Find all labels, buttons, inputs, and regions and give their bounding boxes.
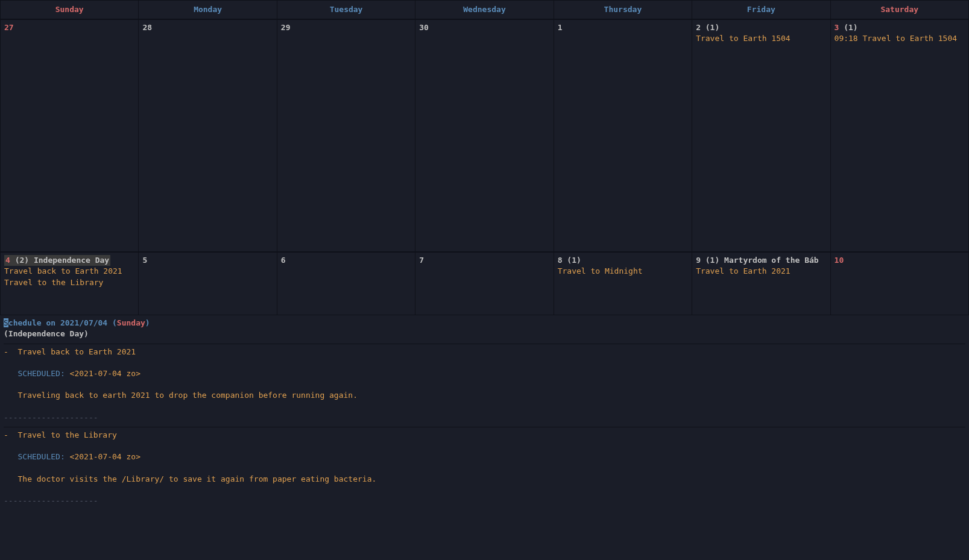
day-cell-7[interactable]: 7 bbox=[415, 253, 554, 315]
event-count: (1) bbox=[701, 256, 719, 265]
schedule-panel: Schedule on 2021/07/04 (Sunday) (Indepen… bbox=[0, 315, 969, 506]
day-cell-10[interactable]: 10 bbox=[831, 253, 969, 315]
day-header-thursday: Thursday bbox=[554, 1, 692, 19]
day-top: 3 (1) bbox=[835, 22, 965, 33]
day-header-tuesday: Tuesday bbox=[277, 1, 415, 19]
calendar-header-row: SundayMondayTuesdayWednesdayThursdayFrid… bbox=[0, 0, 969, 19]
day-number: 29 bbox=[281, 23, 291, 32]
schedule-item-title[interactable]: - Travel back to Earth 2021 bbox=[4, 347, 965, 357]
schedule-item-scheduled: SCHEDULED: <2021-07-04 zo> bbox=[4, 368, 965, 379]
day-header-wednesday: Wednesday bbox=[415, 1, 554, 19]
day-cell-4[interactable]: 4 (2) Independence Day Travel back to Ea… bbox=[1, 253, 139, 315]
day-cell-1[interactable]: 1 bbox=[554, 20, 692, 252]
day-number: 6 bbox=[281, 256, 286, 265]
day-top: 28 bbox=[142, 22, 273, 33]
day-cell-5[interactable]: 5 bbox=[139, 253, 277, 315]
day-number: 5 bbox=[142, 256, 147, 265]
day-top: 30 bbox=[419, 22, 549, 33]
schedule-item: - Travel back to Earth 2021 SCHEDULED: <… bbox=[4, 344, 965, 423]
day-top: 6 bbox=[281, 255, 411, 266]
holiday-highlight: 4 (2) Independence Day bbox=[4, 255, 110, 266]
calendar-event[interactable]: Travel to the Library bbox=[4, 277, 134, 288]
schedule-item-title[interactable]: - Travel to the Library bbox=[4, 430, 965, 441]
schedule-title: Schedule on 2021/07/04 (Sunday) bbox=[4, 318, 965, 329]
day-number: 27 bbox=[4, 23, 14, 32]
schedule-holiday: (Independence Day) bbox=[4, 329, 965, 339]
day-cell-27[interactable]: 27 bbox=[1, 20, 139, 252]
event-count: (1) bbox=[701, 23, 719, 32]
schedule-item: - Travel to the Library SCHEDULED: <2021… bbox=[4, 427, 965, 506]
day-top: 10 bbox=[835, 255, 965, 266]
event-count: (2) bbox=[10, 256, 29, 265]
calendar-event[interactable]: Travel to Midnight bbox=[558, 266, 688, 277]
day-cell-29[interactable]: 29 bbox=[277, 20, 415, 252]
day-top: 7 bbox=[419, 255, 549, 266]
day-header-saturday: Saturday bbox=[831, 1, 969, 19]
schedule-item-desc: The doctor visits the /Library/ to save … bbox=[4, 474, 965, 485]
day-cell-30[interactable]: 30 bbox=[415, 20, 554, 252]
day-number: 2 bbox=[696, 23, 701, 32]
calendar-row-1: 27 28 29 30 1 2 (1)Travel to Earth 1504 … bbox=[0, 19, 969, 252]
event-count: (1) bbox=[839, 23, 857, 32]
day-cell-8[interactable]: 8 (1)Travel to Midnight bbox=[554, 253, 692, 315]
schedule-items: - Travel back to Earth 2021 SCHEDULED: <… bbox=[4, 344, 965, 507]
day-top: 27 bbox=[4, 22, 134, 33]
day-top: 8 (1) bbox=[558, 255, 688, 266]
day-cell-2[interactable]: 2 (1)Travel to Earth 1504 bbox=[692, 20, 830, 252]
holiday-name: Martyrdom of the Báb bbox=[719, 256, 818, 265]
day-number: 9 bbox=[696, 256, 701, 265]
day-number: 28 bbox=[142, 23, 152, 32]
day-number: 4 bbox=[5, 256, 10, 265]
day-number: 30 bbox=[419, 23, 429, 32]
schedule-item-scheduled: SCHEDULED: <2021-07-04 zo> bbox=[4, 451, 965, 462]
day-cell-28[interactable]: 28 bbox=[139, 20, 277, 252]
day-top: 5 bbox=[142, 255, 273, 266]
day-cell-3[interactable]: 3 (1)09:18 Travel to Earth 1504 bbox=[831, 20, 969, 252]
schedule-item-desc: Traveling back to earth 2021 to drop the… bbox=[4, 390, 965, 401]
day-top: 1 bbox=[558, 22, 688, 33]
day-top: 29 bbox=[281, 22, 411, 33]
day-number: 8 bbox=[558, 256, 563, 265]
day-top: 4 (2) Independence Day bbox=[4, 255, 134, 266]
day-cell-6[interactable]: 6 bbox=[277, 253, 415, 315]
calendar-event[interactable]: Travel to Earth 1504 bbox=[696, 33, 826, 44]
day-number: 10 bbox=[835, 256, 844, 265]
holiday-name: Independence Day bbox=[29, 256, 109, 265]
calendar-row-2: 4 (2) Independence Day Travel back to Ea… bbox=[0, 252, 969, 315]
cursor: S bbox=[4, 318, 8, 327]
day-cell-9[interactable]: 9 (1) Martyrdom of the BábTravel to Eart… bbox=[692, 253, 830, 315]
separator: -------------------- bbox=[4, 412, 965, 423]
day-number: 7 bbox=[419, 256, 424, 265]
day-header-friday: Friday bbox=[692, 1, 830, 19]
calendar-event[interactable]: 09:18 Travel to Earth 1504 bbox=[835, 33, 965, 44]
event-count: (1) bbox=[563, 256, 581, 265]
calendar-event[interactable]: Travel back to Earth 2021 bbox=[4, 266, 134, 277]
separator: -------------------- bbox=[4, 496, 965, 506]
day-header-sunday: Sunday bbox=[1, 1, 139, 19]
day-number: 1 bbox=[558, 23, 563, 32]
calendar-event[interactable]: Travel to Earth 2021 bbox=[696, 266, 826, 277]
day-header-monday: Monday bbox=[139, 1, 277, 19]
day-top: 9 (1) Martyrdom of the Báb bbox=[696, 255, 826, 266]
day-top: 2 (1) bbox=[696, 22, 826, 33]
